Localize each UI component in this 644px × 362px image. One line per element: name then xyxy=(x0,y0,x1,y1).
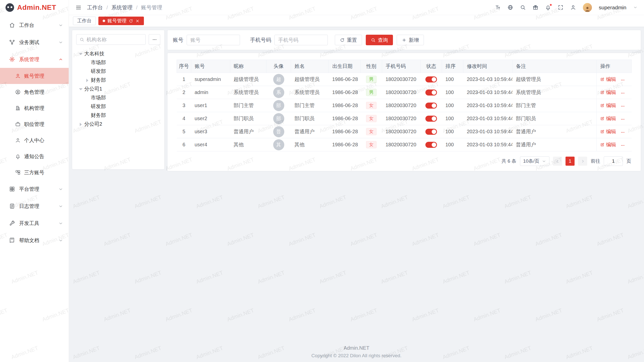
log-icon xyxy=(9,203,15,209)
sidebar-item-workbench[interactable]: 工作台 xyxy=(0,17,69,34)
gift-icon[interactable] xyxy=(533,5,538,10)
cell-remark: 普通用户 xyxy=(512,138,597,151)
reset-button[interactable]: 重置 xyxy=(335,35,362,45)
goto-page-input[interactable] xyxy=(604,156,623,166)
edit-button[interactable]: 编辑 xyxy=(600,128,616,135)
edit-button[interactable]: 编辑 xyxy=(600,102,616,109)
sidebar-item-label: 业务测试 xyxy=(19,39,39,46)
tree-node[interactable]: 研发部 xyxy=(76,67,160,76)
tree-node[interactable]: 财务部 xyxy=(76,111,160,120)
sidebar-item-help-docs[interactable]: 帮助文档 xyxy=(0,232,69,249)
language-icon[interactable] xyxy=(507,5,513,10)
tree-node[interactable]: 大名科技 xyxy=(76,49,160,58)
prev-page-button[interactable] xyxy=(553,157,562,166)
main-area: 工作台 系统管理 账号管理 superadmin 工作台 xyxy=(69,0,644,362)
edit-button[interactable]: 编辑 xyxy=(600,141,616,148)
gender-tag: 女 xyxy=(366,115,377,122)
close-icon[interactable] xyxy=(135,19,140,23)
edit-icon xyxy=(600,129,605,134)
row-more-button[interactable] xyxy=(621,143,625,148)
sidebar-item-personal-center[interactable]: 个人中心 xyxy=(0,132,69,148)
row-more-button[interactable] xyxy=(621,130,625,134)
avatar: 部 xyxy=(273,113,284,124)
sidebar-item-business-test[interactable]: 业务测试 xyxy=(0,34,69,51)
tree-node-label: 财务部 xyxy=(91,77,106,83)
phone-input[interactable] xyxy=(274,35,328,45)
tree-node-label: 大名科技 xyxy=(84,50,104,57)
row-more-button[interactable] xyxy=(621,91,625,95)
page-number-button[interactable]: 1 xyxy=(566,157,575,166)
tab-workbench[interactable]: 工作台 xyxy=(73,17,96,25)
tree-node[interactable]: 市场部 xyxy=(76,93,160,102)
status-toggle[interactable] xyxy=(425,76,437,82)
status-toggle[interactable] xyxy=(425,142,437,148)
tab-account-mgmt[interactable]: 账号管理 xyxy=(98,17,144,25)
cell-birthdate: 1986-06-28 xyxy=(329,99,361,112)
table-header-cell: 修改时间 xyxy=(463,60,512,73)
tree-more-button[interactable] xyxy=(149,34,160,45)
org-search-input[interactable]: 机构名称 xyxy=(76,34,146,45)
sidebar-item-platform-mgmt[interactable]: 平台管理 xyxy=(0,180,69,198)
tree-node[interactable]: 市场部 xyxy=(76,58,160,67)
caret-right-icon[interactable] xyxy=(79,122,82,126)
profile-icon[interactable] xyxy=(570,5,576,10)
row-more-button[interactable] xyxy=(621,104,625,108)
menu-toggle-icon[interactable] xyxy=(75,5,82,11)
username[interactable]: superadmin xyxy=(599,5,626,11)
chevron-down-icon[interactable] xyxy=(633,5,637,10)
font-size-icon[interactable] xyxy=(495,5,501,10)
cell-remark: 系统管理员 xyxy=(512,86,597,99)
edit-icon xyxy=(600,77,605,81)
sidebar-item-role-mgmt[interactable]: 角色管理 xyxy=(0,84,69,100)
edit-button[interactable]: 编辑 xyxy=(600,115,616,122)
tree-node-label: 市场部 xyxy=(91,94,106,101)
footer-copyright: Copyright © 2022 Dilon All rights reserv… xyxy=(69,352,644,359)
cell-index: 3 xyxy=(177,99,191,112)
breadcrumb-item[interactable]: 系统管理 xyxy=(103,4,133,11)
status-toggle[interactable] xyxy=(425,129,437,135)
home-icon xyxy=(9,22,15,28)
status-toggle[interactable] xyxy=(425,103,437,109)
gear-icon xyxy=(9,56,15,62)
user-avatar[interactable] xyxy=(583,3,592,12)
row-more-button[interactable] xyxy=(621,117,625,121)
edit-button[interactable]: 编辑 xyxy=(600,89,616,96)
more-icon xyxy=(621,143,625,148)
sidebar-item-account-mgmt[interactable]: 账号管理 xyxy=(0,68,69,84)
account-input[interactable] xyxy=(187,35,240,45)
fullscreen-icon[interactable] xyxy=(558,5,564,10)
tree-node[interactable]: 财务部 xyxy=(76,76,160,84)
add-button[interactable]: 新增 xyxy=(397,35,424,45)
caret-right-icon[interactable] xyxy=(85,78,89,82)
caret-down-icon[interactable] xyxy=(79,87,82,91)
notification-bell-icon[interactable] xyxy=(545,5,551,10)
sidebar-item-dev-tools[interactable]: 开发工具 xyxy=(0,215,69,232)
next-page-button[interactable] xyxy=(578,157,587,166)
breadcrumb-item[interactable]: 工作台 xyxy=(87,4,103,11)
sidebar-item-org-mgmt[interactable]: 机构管理 xyxy=(0,100,69,116)
table-row: 3 user1 部门主管 部 部门主管 1986-06-28 女 1802003… xyxy=(177,99,632,112)
status-toggle[interactable] xyxy=(425,89,437,96)
sidebar-item-third-party-account[interactable]: 三方账号 xyxy=(0,164,69,180)
page-size-value: 10条/页 xyxy=(523,158,539,164)
tree-node[interactable]: 分公司1 xyxy=(76,84,160,93)
cell-modified-time: 2023-01-03 10:59:44 xyxy=(463,99,512,112)
search-icon[interactable] xyxy=(520,5,526,10)
search-button[interactable]: 查询 xyxy=(366,35,393,45)
page-size-select[interactable]: 10条/页 xyxy=(520,156,549,166)
logo[interactable]: Admin.NET xyxy=(0,0,69,15)
sidebar-item-log-mgmt[interactable]: 日志管理 xyxy=(0,198,69,215)
edit-icon xyxy=(600,143,605,147)
tree-node[interactable]: 研发部 xyxy=(76,102,160,111)
status-toggle[interactable] xyxy=(425,116,437,122)
tree-node[interactable]: 分公司2 xyxy=(76,120,160,128)
edit-button[interactable]: 编辑 xyxy=(600,76,616,83)
sidebar-item-position-mgmt[interactable]: 职位管理 xyxy=(0,116,69,132)
refresh-icon[interactable] xyxy=(129,19,133,23)
right-column: 账号 手机号码 重置 查询 新增 xyxy=(168,30,641,171)
sidebar-item-notice[interactable]: 通知公告 xyxy=(0,148,69,164)
row-more-button[interactable] xyxy=(621,78,625,82)
caret-down-icon[interactable] xyxy=(79,52,82,56)
sidebar-item-system-mgmt[interactable]: 系统管理 xyxy=(0,51,69,68)
chevron-down-icon xyxy=(542,159,546,163)
